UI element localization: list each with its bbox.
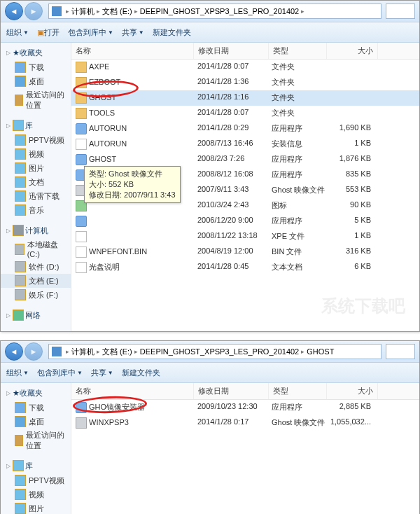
sb-picture[interactable]: 图片 — [1, 501, 71, 514]
sb-recent[interactable]: 最近访问的位置 — [1, 88, 71, 112]
file-row[interactable]: AXPE2014/1/28 0:07文件夹 — [71, 60, 419, 75]
sb-pptv[interactable]: PPTV视频 — [1, 473, 71, 487]
open-button[interactable]: ▣ 打开 — [37, 27, 59, 38]
file-size: 1,055,032... — [325, 416, 375, 430]
sb-cdrive[interactable]: 本地磁盘 (C:) — [1, 238, 71, 260]
col-date[interactable]: 修改日期 — [194, 383, 269, 399]
sb-ddrive[interactable]: 软件 (D:) — [1, 260, 71, 274]
forward-button[interactable]: ► — [24, 342, 43, 361]
col-date[interactable]: 修改日期 — [194, 43, 269, 59]
file-row[interactable]: WINXPSP32014/1/28 0:17Ghost 映像文件1,055,03… — [71, 415, 419, 431]
bc-drive[interactable]: 文档 (E:) — [102, 347, 132, 357]
search-input[interactable] — [386, 344, 415, 359]
bc-folder1[interactable]: DEEPIN_GHOST_XPSP3_LES_PRO_201402 — [140, 347, 299, 356]
bc-drive[interactable]: 文档 (E:) — [102, 6, 132, 17]
file-row[interactable]: AUTORUN2008/7/13 16:46安装信息1 KB — [71, 137, 419, 152]
share-button[interactable]: 共享▼ — [122, 27, 144, 38]
file-row[interactable]: GHOST2008/2/3 7:26应用程序1,876 KB — [71, 152, 419, 167]
sb-desktop[interactable]: 桌面 — [1, 415, 71, 429]
columns-header[interactable]: 名称 修改日期 类型 大小 — [71, 383, 419, 400]
sb-doc[interactable]: 文档 — [1, 175, 71, 189]
sb-downloads[interactable]: 下载 — [1, 60, 71, 74]
col-name[interactable]: 名称 — [71, 383, 194, 399]
file-size — [325, 91, 375, 105]
newfolder-button[interactable]: 新建文件夹 — [153, 27, 191, 38]
file-row[interactable]: GHOST2014/1/28 1:16文件夹 — [71, 90, 419, 106]
sb-pptv[interactable]: PPTV视频 — [1, 133, 71, 147]
sb-video[interactable]: 视频 — [1, 487, 71, 501]
col-type[interactable]: 类型 — [269, 43, 327, 59]
file-type: Ghost 映像文件 — [267, 416, 325, 430]
file-icon — [76, 62, 87, 73]
organize-button[interactable]: 组织▼ — [6, 27, 29, 38]
file-name: EZBOOT — [89, 78, 120, 86]
bc-computer[interactable]: 计算机 — [71, 347, 94, 357]
sb-recent[interactable]: 最近访问的位置 — [1, 429, 71, 452]
include-button[interactable]: 包含到库中▼ — [68, 27, 113, 38]
file-icon — [76, 216, 87, 227]
col-size[interactable]: 大小 — [327, 43, 378, 59]
file-row[interactable]: AUTORUN2014/1/28 0:29应用程序1,690 KB — [71, 121, 419, 137]
newfolder-button[interactable]: 新建文件夹 — [122, 368, 160, 378]
sb-libraries[interactable]: ▷库 — [1, 458, 71, 473]
sb-picture[interactable]: 图片 — [1, 161, 71, 175]
include-button[interactable]: 包含到库中▼ — [37, 368, 83, 378]
file-row[interactable]: 光盘说明2014/1/28 0:45文本文档6 KB — [71, 260, 419, 275]
file-list: 名称 修改日期 类型 大小 AXPE2014/1/28 0:07文件夹EZBOO… — [71, 43, 419, 331]
bc-folder2[interactable]: GHOST — [307, 347, 334, 356]
file-size: 1,876 KB — [325, 153, 375, 167]
col-name[interactable]: 名称 — [71, 43, 194, 59]
sb-network[interactable]: ▷网络 — [1, 307, 71, 323]
file-date: 2014/1/28 1:16 — [193, 91, 267, 105]
toolbar: 组织▼ ▣ 打开 包含到库中▼ 共享▼ 新建文件夹 — [1, 22, 419, 43]
sb-libraries[interactable]: ▷库 — [1, 118, 71, 133]
sb-music[interactable]: 音乐 — [1, 203, 71, 217]
file-name: AXPE — [89, 62, 109, 71]
watermark: 系统下载吧 — [321, 295, 405, 317]
back-button[interactable]: ◄ — [5, 2, 23, 20]
file-size — [325, 76, 375, 90]
file-row[interactable]: TOOLS2014/1/28 0:07文件夹 — [71, 106, 419, 121]
file-name: AUTORUN — [89, 124, 127, 132]
forward-button[interactable]: ► — [24, 2, 43, 20]
file-row[interactable]: 2008/11/22 13:18XPE 文件1 KB — [71, 229, 419, 244]
sb-desktop[interactable]: 桌面 — [1, 74, 71, 88]
sb-xunlei[interactable]: 迅雷下载 — [1, 189, 71, 203]
sb-computer[interactable]: ▷计算机 — [1, 223, 71, 238]
share-button[interactable]: 共享▼ — [91, 368, 113, 378]
explorer-window-2: ◄ ► ▸ 计算机 ▸ 文档 (E:) ▸ DEEPIN_GHOST_XPSP3… — [0, 340, 420, 514]
organize-button[interactable]: 组织▼ — [6, 368, 29, 378]
back-button[interactable]: ◄ — [5, 342, 23, 361]
file-date: 2010/3/24 2:43 — [193, 199, 267, 213]
columns-header[interactable]: 名称 修改日期 类型 大小 — [71, 43, 419, 60]
drive-icon — [52, 347, 62, 356]
sb-fdrive[interactable]: 娱乐 (F:) — [1, 288, 71, 302]
file-type: BIN 文件 — [267, 245, 325, 259]
file-row[interactable]: WNPEFONT.BIN2004/8/19 12:00BIN 文件316 KB — [71, 244, 419, 260]
file-row[interactable]: GHO镜像安装器2009/10/23 12:30应用程序2,885 KB — [71, 400, 419, 415]
file-size — [325, 106, 375, 120]
file-type: XPE 文件 — [267, 230, 325, 244]
bc-folder[interactable]: DEEPIN_GHOST_XPSP3_LES_PRO_201402 — [140, 7, 299, 15]
sb-downloads[interactable]: 下载 — [1, 401, 71, 415]
file-date: 2007/9/11 3:43 — [193, 183, 267, 197]
col-type[interactable]: 类型 — [269, 383, 327, 399]
file-type: 图标 — [267, 199, 325, 213]
sb-favorites[interactable]: ▷★ 收藏夹 — [1, 46, 71, 60]
toolbar: 组织▼ 包含到库中▼ 共享▼ 新建文件夹 — [1, 363, 419, 383]
search-input[interactable] — [386, 4, 415, 19]
file-icon — [76, 108, 87, 119]
sb-video[interactable]: 视频 — [1, 147, 71, 161]
file-type: 文本文档 — [267, 261, 325, 275]
breadcrumb[interactable]: ▸ 计算机 ▸ 文档 (E:) ▸ DEEPIN_GHOST_XPSP3_LES… — [48, 4, 382, 19]
sb-edrive[interactable]: 文档 (E:) — [1, 274, 71, 288]
breadcrumb[interactable]: ▸ 计算机 ▸ 文档 (E:) ▸ DEEPIN_GHOST_XPSP3_LES… — [48, 344, 382, 359]
file-row[interactable]: EZBOOT2014/1/28 1:36文件夹 — [71, 75, 419, 90]
col-size[interactable]: 大小 — [327, 383, 378, 399]
bc-computer[interactable]: 计算机 — [71, 6, 94, 17]
file-row[interactable]: 2006/12/20 9:00应用程序5 KB — [71, 214, 419, 229]
file-size: 835 KB — [325, 168, 375, 182]
sb-favorites[interactable]: ▷★ 收藏夹 — [1, 386, 71, 401]
file-size: 1 KB — [325, 230, 375, 244]
file-icon — [76, 246, 87, 258]
